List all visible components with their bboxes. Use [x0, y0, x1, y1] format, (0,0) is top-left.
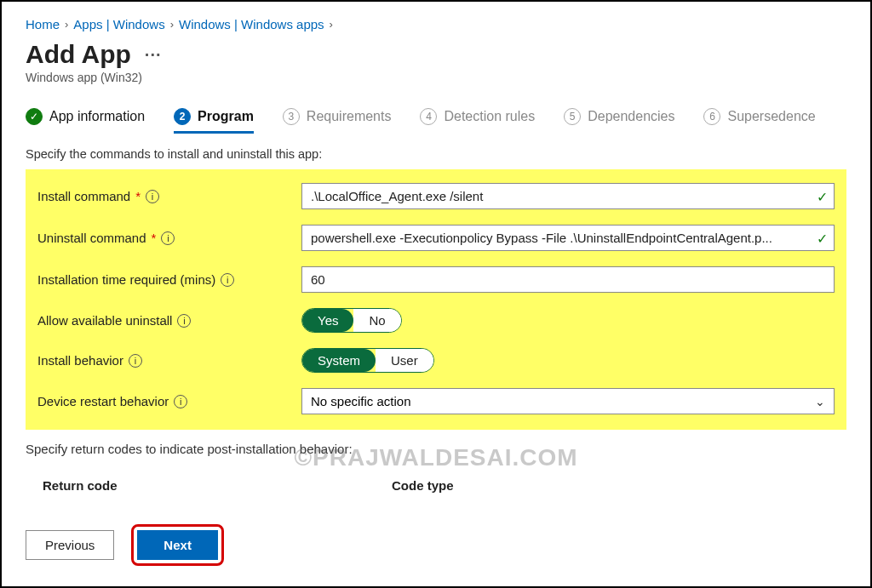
check-icon: ✓	[817, 188, 828, 204]
install-behavior-user[interactable]: User	[376, 349, 433, 372]
label-allow-uninstall: Allow available uninstall i	[37, 313, 301, 328]
allow-uninstall-no[interactable]: No	[353, 309, 400, 332]
label-install-command: Install command* i	[37, 189, 301, 203]
info-icon[interactable]: i	[146, 190, 159, 203]
next-button-highlight: Next	[131, 524, 224, 566]
step-requirements[interactable]: 3 Requirements	[283, 108, 392, 132]
info-icon[interactable]: i	[161, 231, 175, 245]
install-behavior-toggle: System User	[301, 348, 434, 373]
previous-button[interactable]: Previous	[26, 530, 114, 560]
breadcrumb-apps-windows[interactable]: Apps | Windows	[73, 17, 164, 31]
wizard-steps: App information 2 Program 3 Requirements…	[26, 108, 846, 132]
install-behavior-system[interactable]: System	[302, 349, 376, 372]
uninstall-command-input[interactable]	[301, 225, 835, 251]
chevron-down-icon: ⌄	[815, 395, 825, 408]
step-number-icon: 5	[564, 108, 581, 125]
label-install-behavior: Install behavior i	[37, 353, 301, 368]
info-icon[interactable]: i	[177, 314, 191, 328]
check-icon	[26, 108, 43, 125]
step-number-icon: 6	[703, 108, 720, 125]
install-command-input[interactable]	[301, 183, 835, 209]
column-code-type: Code type	[392, 478, 846, 493]
allow-uninstall-toggle: Yes No	[301, 308, 402, 333]
step-number-icon: 4	[420, 108, 437, 125]
info-icon[interactable]: i	[129, 354, 142, 368]
footer-buttons: Previous Next	[26, 524, 224, 566]
breadcrumb: Home › Apps | Windows › Windows | Window…	[26, 17, 846, 31]
chevron-right-icon: ›	[330, 18, 333, 31]
step-supersedence[interactable]: 6 Supersedence	[703, 108, 815, 132]
program-form: Install command* i ✓ Uninstall command* …	[26, 169, 846, 430]
page-title: Add App ···	[26, 40, 846, 69]
label-installation-time: Installation time required (mins) i	[37, 272, 301, 287]
column-return-code: Return code	[26, 478, 392, 493]
step-detection-rules[interactable]: 4 Detection rules	[420, 108, 535, 132]
chevron-right-icon: ›	[170, 18, 174, 31]
info-icon[interactable]: i	[174, 395, 187, 408]
label-restart-behavior: Device restart behavior i	[37, 394, 301, 408]
check-icon: ✓	[817, 230, 828, 246]
page-subtitle: Windows app (Win32)	[26, 71, 846, 84]
return-codes-instruction: Specify return codes to indicate post-in…	[26, 442, 846, 456]
breadcrumb-windows-apps[interactable]: Windows | Windows apps	[179, 17, 324, 31]
info-icon[interactable]: i	[221, 273, 234, 287]
chevron-right-icon: ›	[65, 18, 68, 31]
allow-uninstall-yes[interactable]: Yes	[302, 309, 353, 332]
step-dependencies[interactable]: 5 Dependencies	[564, 108, 674, 132]
instruction-text: Specify the commands to install and unin…	[26, 147, 846, 161]
label-uninstall-command: Uninstall command* i	[37, 231, 301, 245]
step-number-icon: 2	[174, 108, 191, 125]
more-actions-icon[interactable]: ···	[145, 45, 162, 65]
step-program[interactable]: 2 Program	[174, 108, 254, 132]
step-number-icon: 3	[283, 108, 300, 125]
restart-behavior-select[interactable]: No specific action ⌄	[301, 388, 835, 414]
step-app-information[interactable]: App information	[26, 108, 145, 132]
return-codes-table-header: Return code Code type	[26, 478, 846, 493]
next-button[interactable]: Next	[137, 530, 218, 560]
breadcrumb-home[interactable]: Home	[26, 17, 60, 31]
installation-time-input[interactable]	[301, 266, 835, 293]
